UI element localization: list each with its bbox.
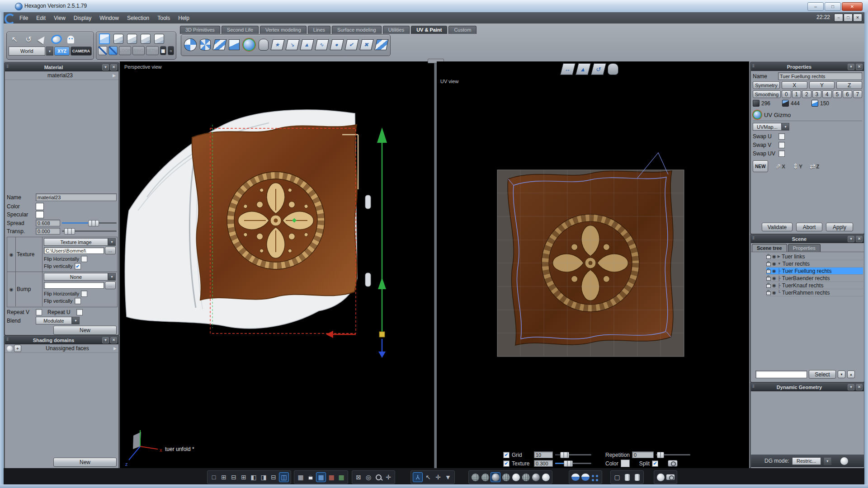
menu-view[interactable]: View (50, 15, 70, 21)
uv-relax-icon[interactable]: ∿ (315, 39, 329, 50)
texture-type-select[interactable]: Texture image (44, 238, 108, 246)
uv-copy-uv-icon[interactable] (374, 39, 388, 50)
render-camera-icon[interactable] (666, 473, 675, 482)
properties-panel-header[interactable]: ⁞⁞ Properties ▾ ✕ (751, 63, 864, 71)
rotate-manipulator-ic on[interactable]: ✛ (434, 473, 443, 482)
bump-type-dropdown-icon[interactable]: ▾ (108, 273, 116, 281)
collapse-icon[interactable]: ▼ (778, 262, 781, 266)
subdivision-preview-icon[interactable] (591, 473, 600, 482)
uv-pin-point-icon[interactable]: ▲ (300, 39, 314, 50)
uv-box-map-icon[interactable] (229, 39, 240, 50)
mdi-minimize-button[interactable]: – (834, 14, 843, 22)
ghost-hide-icon[interactable] (65, 33, 76, 45)
lock-icon[interactable] (766, 263, 771, 266)
tree-row-tuer-links[interactable]: ◉ ▶ Tuer links (766, 253, 863, 260)
symmetry-y-button[interactable]: Y (809, 81, 835, 89)
smooth-wire-shading-icon[interactable] (501, 473, 510, 482)
dg-mode-select[interactable]: Restric... (792, 457, 821, 465)
zoom-region-icon[interactable] (374, 473, 383, 482)
tree-row-tuerrahmen-rechts[interactable]: ◉ └ TuerRahmen rechts (766, 289, 863, 296)
orbit-sphere-icon[interactable] (51, 33, 62, 45)
smoothing-2-button[interactable]: 2 (802, 90, 811, 98)
uv-paint-brush-icon[interactable]: ✔ (345, 39, 359, 50)
window-maximize-button[interactable]: □ (825, 2, 841, 11)
move-manipulator-icon[interactable]: ↖ (424, 473, 433, 482)
material-close-icon[interactable]: ✕ (110, 64, 117, 70)
shading-close-icon[interactable]: ✕ (110, 337, 117, 343)
repeat-v-checkbox[interactable] (36, 309, 42, 315)
smoothing-6-button[interactable]: 6 (843, 90, 852, 98)
uvmap-select[interactable]: UVMap... (753, 123, 782, 131)
lock-icon[interactable] (766, 284, 771, 288)
perspective-canvas[interactable]: x z tuer unfold * (120, 61, 434, 468)
texture-checkbox[interactable]: ✔ (503, 460, 509, 467)
grid-value-input[interactable]: 10 (534, 451, 553, 458)
uv-paint-sphere-icon[interactable]: ● (330, 39, 344, 50)
layout-quad-icon[interactable]: ⊞ (219, 473, 228, 482)
smoothing-7-button[interactable]: 7 (853, 90, 863, 98)
backface-cull-icon[interactable] (571, 473, 580, 482)
grid-slider[interactable] (555, 454, 591, 455)
material-collapse-icon[interactable]: ▾ (102, 64, 109, 70)
tab-lines[interactable]: Lines (308, 26, 330, 34)
hidden-line-shading-icon[interactable] (481, 473, 490, 482)
tab-utilities[interactable]: Utilities (383, 26, 410, 34)
uv-move-uv-icon[interactable]: ↘ (285, 39, 299, 50)
select-object-mode-icon[interactable] (99, 33, 110, 44)
double-sided-icon[interactable] (581, 473, 590, 482)
material-item-expand-icon[interactable]: ▶ (113, 73, 116, 78)
fit-view-icon[interactable]: ⊠ (354, 473, 363, 482)
tree-row-tuerbaender-rechts[interactable]: ◉ ├ TuerBaender rechts (766, 275, 863, 282)
grid-lasso-icon[interactable]: ▦ (296, 473, 305, 482)
world-axis-select[interactable]: World (9, 47, 45, 56)
bump-path-input[interactable] (44, 282, 104, 289)
tab-vertex-modeling[interactable]: Vertex modeling (260, 26, 307, 34)
flat-shading-icon[interactable] (511, 473, 520, 482)
smoothing-3-button[interactable]: 3 (812, 90, 822, 98)
layout-two-right-icon[interactable]: ◨ (259, 473, 268, 482)
properties-collapse-icon[interactable]: ▾ (848, 64, 854, 70)
uv-texture-tile[interactable] (497, 153, 684, 357)
bump-type-select[interactable]: None (44, 273, 108, 281)
tab-scene-tree[interactable]: Scene tree (752, 244, 787, 252)
repetition-value-input[interactable]: 0 (632, 451, 654, 458)
matcap-shading-icon[interactable] (531, 473, 540, 482)
spread-slider[interactable] (62, 222, 117, 224)
texture-flip-h-checkbox[interactable] (81, 256, 87, 262)
title-bar[interactable]: Hexagon Version 2.5.1.79 – □ ✕ (0, 0, 868, 13)
bright-shading-icon[interactable] (541, 473, 550, 482)
orient-z-icon[interactable]: ⇄Z (810, 162, 819, 170)
pen-select-icon[interactable] (98, 46, 107, 55)
select-uv-mode-icon[interactable] (154, 34, 164, 44)
layout-two-vertical-icon[interactable]: ◫ (279, 472, 289, 482)
mdi-maximize-button[interactable]: □ (844, 14, 853, 22)
visibility-eye-icon[interactable]: ◉ (772, 268, 776, 273)
window-minimize-button[interactable]: – (807, 2, 824, 11)
uv-gizmo-globe-icon[interactable] (243, 38, 255, 51)
xyz-toggle[interactable]: XYZ (54, 47, 69, 56)
symmetry-button[interactable]: Symmetry (753, 81, 780, 89)
material-list-item[interactable]: material23 ▶ (5, 71, 118, 80)
grid-axes-icon[interactable]: ▦ (316, 472, 326, 482)
validate-button[interactable]: Validate (762, 223, 793, 231)
object-name-input[interactable]: Tuer Fuellung rechts (778, 72, 862, 80)
uv-viewport[interactable]: UV view ↔ ▲ ↺ (437, 61, 749, 468)
perspective-viewport[interactable]: Perspective view (120, 61, 434, 468)
texture-visibility-eye-icon[interactable]: ◉ (7, 237, 16, 272)
swap-uv-checkbox[interactable] (778, 150, 785, 157)
transp-slider[interactable] (62, 230, 117, 232)
menu-window[interactable]: Window (95, 15, 123, 21)
material-new-button[interactable]: New (53, 326, 117, 335)
tab-uv-paint[interactable]: UV & Paint (411, 26, 447, 34)
select-button[interactable]: Select (809, 370, 836, 379)
grid-checkbox[interactable]: ✔ (503, 452, 509, 458)
uv-new-button[interactable]: NEW (753, 160, 768, 172)
rotate-camera-icon[interactable]: ↺ (23, 33, 34, 45)
shading-domain-row[interactable]: + Unassigned faces ▶ (5, 344, 118, 353)
lock-grid-icon[interactable] (306, 473, 315, 482)
domain-expand-icon[interactable]: ▶ (113, 346, 117, 351)
tab-custom[interactable]: Custom (448, 26, 476, 34)
menu-help[interactable]: Help (174, 15, 193, 21)
tree-row-tuer-rechts[interactable]: ◉ ▼ Tuer rechts (766, 260, 863, 267)
material-name-input[interactable]: material23 (36, 193, 117, 201)
